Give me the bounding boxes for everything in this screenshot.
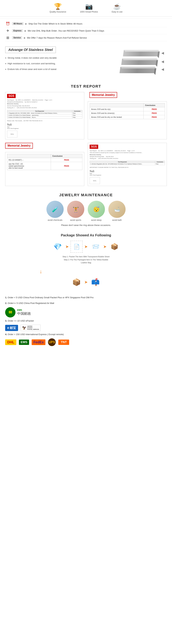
step3-text: Leather Bag — [81, 262, 91, 264]
package-steps-row: Step 1: Packet The Item With Transparent… — [5, 255, 167, 267]
report-footer-left: Please note: Test results... AS PER THE … — [7, 120, 82, 122]
quality-assurance-item: 🏆 Quality Assurance — [50, 4, 66, 13]
maintenance-title: JEWELRY MAINTENANCE — [5, 193, 167, 197]
express-text: We Use DHL Ship Bulk Order ,You can RECE… — [28, 30, 104, 32]
maintenance-circles: 🧪 avoid chemicals 🏋 avoid sports 😴 avoid… — [5, 201, 167, 221]
avoid-sports-item: 🏋 avoid sports — [67, 201, 84, 221]
memorial-badge-bottom-text: Memorial Jewelry — [8, 144, 30, 147]
package-flow-row1: 💎 ➤ 📄 ➤ 📨 ➤ 📦 — [5, 241, 167, 253]
arrow-2: ➤ — [84, 244, 88, 249]
down-arrow-wrapper: ↓ — [5, 268, 167, 274]
photos-label: 100X Actual Photos — [80, 11, 98, 13]
shipping-text-1: Order < 5 USD China Post Ordinary Small … — [8, 296, 94, 299]
pkg-bubble-sheet: 📄 — [70, 241, 82, 253]
dhl-logo: DHL — [5, 340, 16, 345]
pkg-ring: 💎 — [52, 241, 64, 253]
fedex-logo: FedEx — [32, 340, 45, 345]
sports-icon: 🏋 — [72, 206, 79, 212]
report-table-left: Test Requested Conclusion 1. Regulation … — [7, 110, 82, 118]
steel-left-col: Advange Of Stainless Steel Strong metal,… — [5, 46, 115, 74]
sleep-circle: 😴 — [88, 201, 105, 218]
conclusion-header-label: Conclusion — [144, 103, 165, 107]
report-lines-left: Test Report No: 8971-11-133269872 Date:D… — [7, 99, 82, 109]
express-row: ✈ Express ▶ We Use DHL Ship Bulk Order ,… — [5, 27, 167, 34]
nali-signature-left: Nali — [7, 123, 82, 126]
service-text: We Offer 7 days No Reason Return And Ful… — [27, 36, 87, 39]
shipping-item-4: 4. Order > 150 USD International Express… — [5, 333, 167, 336]
report-card-right: SGS Test Report No: 8971-11-133269872 Da… — [88, 143, 167, 186]
bao-text: 邮宝 — [10, 326, 16, 330]
easy-use-item: ☕ Easy to use — [112, 4, 122, 13]
steel-image: ◀ ◀ ◀ — [119, 46, 167, 77]
test-report-section: TEST REPORT SGS Test Report No: 8971-11-… — [0, 81, 172, 190]
memorial-badge-bottom: Memorial Jewelry — [5, 143, 33, 148]
hours-arrow: ▶ — [25, 22, 27, 25]
memorial-badge-top-wrapper: Memorial Jewelry — [88, 92, 167, 100]
sports-label: avoid sports — [70, 219, 81, 221]
stamp-right: SEAL — [90, 177, 100, 184]
china-post-logo: ✉ EMS 中国邮政 — [5, 307, 167, 318]
conclusion-bottom-item-2: ase No CGC -10-ested specimen(s)efer to … — [7, 162, 51, 170]
post-emblem-icon: ✉ — [5, 307, 16, 318]
service-arrow: ▶ — [24, 36, 26, 39]
tnt-logo: TNT — [58, 340, 69, 345]
conclusion-card-bottom: Conclusion RG-10-545687) – PASS ase No C… — [5, 152, 84, 186]
steel-points-list: Strong metal, it does not oxidize and ve… — [5, 56, 115, 70]
top-icons-section: 🏆 Quality Assurance 📷 100X Actual Photos… — [0, 0, 172, 15]
conclusion-header-item — [90, 103, 144, 107]
sgs-logo-left: SGS — [7, 94, 16, 98]
united-text: UNITEDSTATESPOSTAL SERVICE — [27, 326, 39, 330]
china-post-label: EMS — [17, 309, 31, 311]
sleep-icon: 😴 — [93, 206, 100, 212]
package-steps-text: Step 1: Packet The Item With Transparent… — [62, 255, 110, 264]
express-arrow: ▶ — [25, 30, 26, 32]
hours-text: Ship Out The Order Which Is In Stock Wit… — [28, 22, 82, 25]
usps-eagle-icon: 🦅 — [22, 326, 27, 330]
bubble-box: 📄 — [70, 241, 82, 253]
steel-bars-svg: ◀ ◀ ◀ — [119, 46, 167, 77]
conclusion-row-3: Annex XVII and its elry on the tested PA… — [90, 115, 165, 119]
package-title: Package Showed As Following — [5, 233, 167, 237]
nali-label-left: NaliSGS Test Engineer — [7, 126, 82, 129]
memorial-badge-bottom-wrapper: Memorial Jewelry — [5, 143, 84, 150]
info-rows-section: ⏰ 48 Hours ▶ Ship Out The Order Which Is… — [0, 18, 172, 43]
report-bottom-left: Memorial Jewelry Conclusion RG-10-545687… — [5, 143, 84, 186]
clock-icon: ⏰ — [5, 22, 10, 26]
epacket-logo: e 邮宝 — [5, 325, 18, 331]
shipping-text-4: Order > 150 USD International Express ( … — [8, 333, 64, 336]
conclusion-pass-3: PASS — [144, 115, 165, 119]
photos-item: 📷 100X Actual Photos — [80, 4, 98, 13]
arrow-4: ➤ — [84, 280, 88, 284]
sports-circle: 🏋 — [67, 201, 84, 218]
arrow1: ◀ — [161, 51, 164, 55]
conclusion-row-1: Annex XVII and its n(s) PASS — [90, 107, 165, 111]
easy-label: Easy to use — [112, 11, 122, 13]
shipping-section: 1. Order < 5 USD China Post Ordinary Sma… — [0, 294, 172, 351]
svg-marker-2 — [124, 50, 160, 52]
report-left-container: SGS Test Report No: 8971-11-133269872 Da… — [5, 92, 84, 139]
report-card-left: SGS Test Report No: 8971-11-133269872 Da… — [5, 92, 84, 139]
pkg-cardboard-box: 📦 — [70, 276, 82, 288]
hours-row: ⏰ 48 Hours ▶ Ship Out The Order Which Is… — [5, 20, 167, 27]
labeled-box: 📦 — [108, 241, 120, 253]
report-lines-right: Test Report No: 8971-11-133269872 Date:D… — [90, 150, 165, 160]
conclusion-bottom-pass-2: PASS — [51, 162, 82, 170]
shipping-text-3: Order >= 10 USD ePacket — [8, 320, 34, 322]
pkg-envelope: 📨 — [90, 241, 102, 253]
service-row: ⊞ Service ▶ We Offer 7 days No Reason Re… — [5, 34, 167, 41]
arrow3: ◀ — [161, 67, 164, 71]
final-parcel-box: 📫 — [90, 276, 102, 288]
conclusion-row-2: Annex XVII and its cimen(s) PASS — [90, 111, 165, 115]
conclusion-bottom-row-1: RG-10-545687) – PASS — [7, 158, 82, 162]
ups-logo: UPS — [48, 338, 56, 346]
arrow2: ◀ — [161, 60, 164, 64]
pkg-final-parcel: 📫 — [90, 276, 102, 288]
steel-right-col: ◀ ◀ ◀ — [119, 46, 167, 77]
report-bottom-right: SGS Test Report No: 8971-11-133269872 Da… — [88, 143, 167, 186]
arrow-1: ➤ — [65, 244, 69, 249]
chemicals-label: avoid chemicals — [48, 219, 62, 221]
report-right-container: Memorial Jewelry Conclusion Annex XVII a… — [88, 92, 167, 139]
conclusion-item-1: Annex XVII and its n(s) — [90, 107, 144, 111]
conclusion-table-top: Conclusion Annex XVII and its n(s) PASS … — [90, 103, 165, 119]
report-bottom-row: Memorial Jewelry Conclusion RG-10-545687… — [5, 143, 167, 186]
